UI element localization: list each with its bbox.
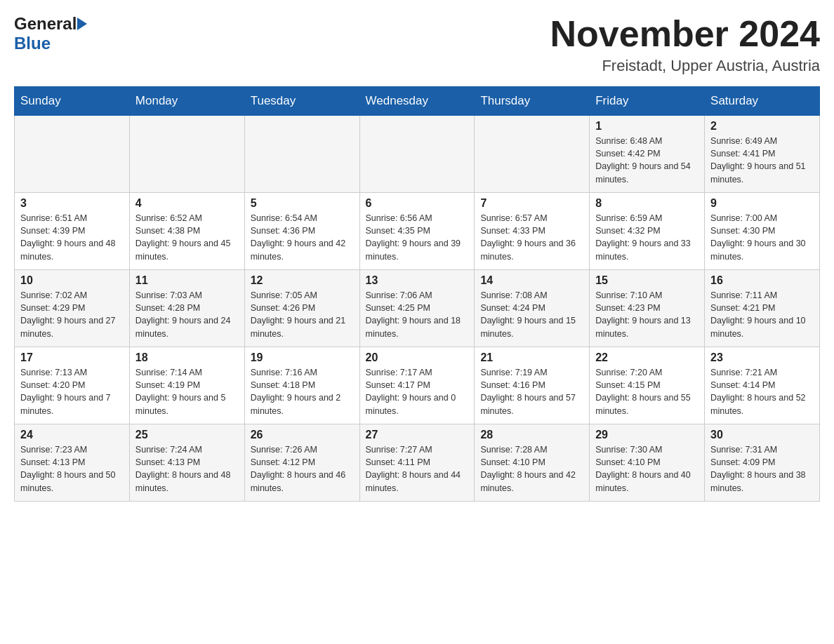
page-header: General Blue November 2024 Freistadt, Up…: [14, 14, 820, 75]
location-title: Freistadt, Upper Austria, Austria: [550, 57, 820, 75]
day-info-text: Sunrise: 6:54 AMSunset: 4:36 PMDaylight:…: [251, 212, 354, 263]
day-cell-w2-d5: 7Sunrise: 6:57 AMSunset: 4:33 PMDaylight…: [475, 193, 590, 270]
day-number: 3: [20, 197, 124, 210]
week-row-3: 10Sunrise: 7:02 AMSunset: 4:29 PMDayligh…: [15, 270, 820, 347]
header-wednesday: Wednesday: [359, 87, 475, 116]
day-cell-w5-d3: 26Sunrise: 7:26 AMSunset: 4:12 PMDayligh…: [244, 424, 359, 502]
day-cell-w1-d6: 1Sunrise: 6:48 AMSunset: 4:42 PMDaylight…: [590, 116, 705, 193]
day-number: 26: [251, 429, 354, 441]
day-info-text: Sunrise: 7:19 AMSunset: 4:16 PMDaylight:…: [480, 366, 583, 417]
day-number: 9: [710, 197, 814, 210]
day-cell-w1-d3: [244, 116, 359, 193]
logo-general-text: General: [14, 14, 77, 34]
day-number: 24: [20, 429, 124, 441]
day-cell-w5-d1: 24Sunrise: 7:23 AMSunset: 4:13 PMDayligh…: [15, 424, 130, 502]
day-cell-w2-d2: 4Sunrise: 6:52 AMSunset: 4:38 PMDaylight…: [129, 193, 244, 270]
day-cell-w3-d7: 16Sunrise: 7:11 AMSunset: 4:21 PMDayligh…: [705, 270, 820, 347]
day-cell-w3-d6: 15Sunrise: 7:10 AMSunset: 4:23 PMDayligh…: [590, 270, 705, 347]
day-info-text: Sunrise: 6:59 AMSunset: 4:32 PMDaylight:…: [595, 212, 699, 263]
day-number: 23: [710, 351, 814, 364]
day-info-text: Sunrise: 7:17 AMSunset: 4:17 PMDaylight:…: [366, 366, 469, 417]
day-info-text: Sunrise: 6:57 AMSunset: 4:33 PMDaylight:…: [480, 212, 583, 263]
day-info-text: Sunrise: 7:10 AMSunset: 4:23 PMDaylight:…: [595, 289, 699, 340]
day-cell-w2-d3: 5Sunrise: 6:54 AMSunset: 4:36 PMDaylight…: [244, 193, 359, 270]
day-cell-w4-d3: 19Sunrise: 7:16 AMSunset: 4:18 PMDayligh…: [244, 347, 359, 424]
day-info-text: Sunrise: 7:05 AMSunset: 4:26 PMDaylight:…: [251, 289, 354, 340]
day-info-text: Sunrise: 7:08 AMSunset: 4:24 PMDaylight:…: [480, 289, 583, 340]
calendar-header-row: Sunday Monday Tuesday Wednesday Thursday…: [15, 87, 820, 116]
day-info-text: Sunrise: 7:13 AMSunset: 4:20 PMDaylight:…: [20, 366, 124, 417]
header-thursday: Thursday: [475, 87, 590, 116]
day-number: 6: [366, 197, 469, 210]
header-sunday: Sunday: [15, 87, 130, 116]
day-info-text: Sunrise: 7:27 AMSunset: 4:11 PMDaylight:…: [366, 443, 469, 495]
day-cell-w5-d5: 28Sunrise: 7:28 AMSunset: 4:10 PMDayligh…: [475, 424, 590, 502]
day-cell-w2-d4: 6Sunrise: 6:56 AMSunset: 4:35 PMDaylight…: [359, 193, 475, 270]
day-number: 4: [135, 197, 239, 210]
day-info-text: Sunrise: 7:00 AMSunset: 4:30 PMDaylight:…: [710, 212, 814, 263]
day-number: 25: [135, 429, 239, 441]
day-info-text: Sunrise: 7:20 AMSunset: 4:15 PMDaylight:…: [595, 366, 699, 417]
day-cell-w3-d5: 14Sunrise: 7:08 AMSunset: 4:24 PMDayligh…: [475, 270, 590, 347]
day-cell-w1-d5: [475, 116, 590, 193]
day-info-text: Sunrise: 7:02 AMSunset: 4:29 PMDaylight:…: [20, 289, 124, 340]
header-monday: Monday: [129, 87, 244, 116]
day-info-text: Sunrise: 7:23 AMSunset: 4:13 PMDaylight:…: [20, 443, 124, 495]
day-info-text: Sunrise: 7:26 AMSunset: 4:12 PMDaylight:…: [251, 443, 354, 495]
day-number: 2: [710, 120, 814, 133]
day-info-text: Sunrise: 7:31 AMSunset: 4:09 PMDaylight:…: [710, 443, 814, 495]
day-number: 30: [710, 429, 814, 441]
day-info-text: Sunrise: 6:49 AMSunset: 4:41 PMDaylight:…: [710, 135, 814, 186]
day-info-text: Sunrise: 7:28 AMSunset: 4:10 PMDaylight:…: [480, 443, 583, 495]
day-info-text: Sunrise: 7:14 AMSunset: 4:19 PMDaylight:…: [135, 366, 239, 417]
day-cell-w1-d2: [129, 116, 244, 193]
header-tuesday: Tuesday: [244, 87, 359, 116]
day-cell-w1-d1: [15, 116, 130, 193]
day-info-text: Sunrise: 7:11 AMSunset: 4:21 PMDaylight:…: [710, 289, 814, 340]
day-info-text: Sunrise: 7:03 AMSunset: 4:28 PMDaylight:…: [135, 289, 239, 340]
day-number: 13: [366, 274, 469, 287]
day-info-text: Sunrise: 7:21 AMSunset: 4:14 PMDaylight:…: [710, 366, 814, 417]
day-cell-w4-d5: 21Sunrise: 7:19 AMSunset: 4:16 PMDayligh…: [475, 347, 590, 424]
week-row-4: 17Sunrise: 7:13 AMSunset: 4:20 PMDayligh…: [15, 347, 820, 424]
day-info-text: Sunrise: 6:51 AMSunset: 4:39 PMDaylight:…: [20, 212, 124, 263]
week-row-5: 24Sunrise: 7:23 AMSunset: 4:13 PMDayligh…: [15, 424, 820, 502]
day-info-text: Sunrise: 7:06 AMSunset: 4:25 PMDaylight:…: [366, 289, 469, 340]
day-cell-w2-d6: 8Sunrise: 6:59 AMSunset: 4:32 PMDaylight…: [590, 193, 705, 270]
logo: General Blue: [14, 14, 87, 53]
day-cell-w4-d4: 20Sunrise: 7:17 AMSunset: 4:17 PMDayligh…: [359, 347, 475, 424]
day-number: 12: [251, 274, 354, 287]
day-cell-w2-d7: 9Sunrise: 7:00 AMSunset: 4:30 PMDaylight…: [705, 193, 820, 270]
day-info-text: Sunrise: 6:56 AMSunset: 4:35 PMDaylight:…: [366, 212, 469, 263]
day-cell-w4-d2: 18Sunrise: 7:14 AMSunset: 4:19 PMDayligh…: [129, 347, 244, 424]
day-cell-w5-d4: 27Sunrise: 7:27 AMSunset: 4:11 PMDayligh…: [359, 424, 475, 502]
day-number: 20: [366, 351, 469, 364]
day-cell-w4-d6: 22Sunrise: 7:20 AMSunset: 4:15 PMDayligh…: [590, 347, 705, 424]
calendar-table: Sunday Monday Tuesday Wednesday Thursday…: [14, 86, 820, 502]
day-info-text: Sunrise: 7:30 AMSunset: 4:10 PMDaylight:…: [595, 443, 699, 495]
day-info-text: Sunrise: 7:16 AMSunset: 4:18 PMDaylight:…: [251, 366, 354, 417]
week-row-1: 1Sunrise: 6:48 AMSunset: 4:42 PMDaylight…: [15, 116, 820, 193]
day-number: 19: [251, 351, 354, 364]
day-cell-w3-d1: 10Sunrise: 7:02 AMSunset: 4:29 PMDayligh…: [15, 270, 130, 347]
day-number: 1: [595, 120, 699, 133]
day-cell-w3-d4: 13Sunrise: 7:06 AMSunset: 4:25 PMDayligh…: [359, 270, 475, 347]
month-title: November 2024: [550, 14, 820, 54]
day-number: 5: [251, 197, 354, 210]
day-cell-w1-d4: [359, 116, 475, 193]
day-number: 28: [480, 429, 583, 441]
day-cell-w4-d7: 23Sunrise: 7:21 AMSunset: 4:14 PMDayligh…: [705, 347, 820, 424]
day-cell-w3-d2: 11Sunrise: 7:03 AMSunset: 4:28 PMDayligh…: [129, 270, 244, 347]
day-number: 16: [710, 274, 814, 287]
day-number: 22: [595, 351, 699, 364]
day-info-text: Sunrise: 6:48 AMSunset: 4:42 PMDaylight:…: [595, 135, 699, 186]
logo-arrow-icon: [77, 18, 87, 30]
day-cell-w5-d6: 29Sunrise: 7:30 AMSunset: 4:10 PMDayligh…: [590, 424, 705, 502]
day-cell-w5-d2: 25Sunrise: 7:24 AMSunset: 4:13 PMDayligh…: [129, 424, 244, 502]
week-row-2: 3Sunrise: 6:51 AMSunset: 4:39 PMDaylight…: [15, 193, 820, 270]
day-cell-w1-d7: 2Sunrise: 6:49 AMSunset: 4:41 PMDaylight…: [705, 116, 820, 193]
day-number: 27: [366, 429, 469, 441]
day-number: 10: [20, 274, 124, 287]
day-cell-w2-d1: 3Sunrise: 6:51 AMSunset: 4:39 PMDaylight…: [15, 193, 130, 270]
day-number: 17: [20, 351, 124, 364]
